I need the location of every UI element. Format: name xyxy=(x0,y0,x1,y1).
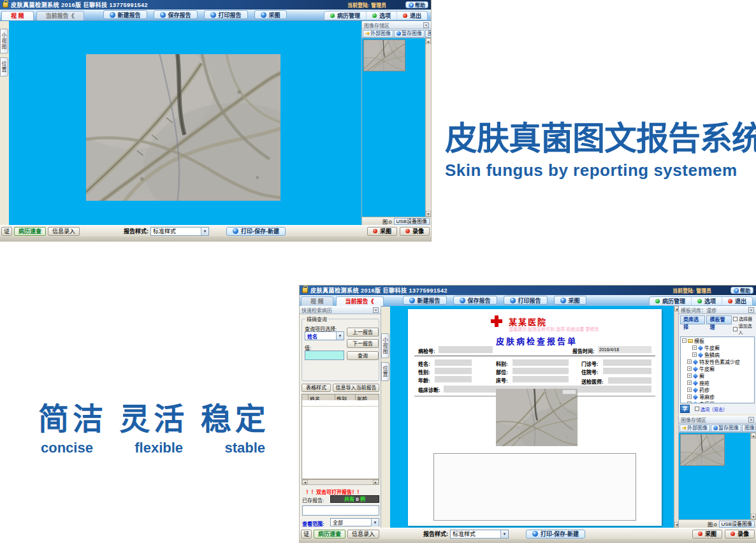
usb-device-button[interactable]: USB设备图像 xyxy=(719,521,755,528)
options-button[interactable]: 选项 xyxy=(692,297,722,305)
usb-device-button[interactable]: USB设备图像 xyxy=(394,218,430,225)
tree-item[interactable]: +癣 xyxy=(681,372,754,379)
help-button[interactable]: ?帮助 xyxy=(405,1,428,8)
collapse-icon[interactable]: − xyxy=(682,338,687,343)
saved-report-input[interactable] xyxy=(302,505,379,516)
tree-item[interactable]: +牛皮癣 xyxy=(681,344,754,351)
dept-field[interactable] xyxy=(512,359,569,366)
template-manage-button[interactable]: 模板管理 xyxy=(706,315,731,324)
new-report-button[interactable]: 新建报告 xyxy=(103,10,147,19)
scroll-up-icon[interactable]: ▲ xyxy=(751,433,756,438)
view-range-select[interactable]: 全部▼ xyxy=(330,518,379,526)
class-select-button[interactable]: 类库选择 xyxy=(680,315,705,324)
panel-close-icon[interactable]: × xyxy=(373,307,379,313)
panel-close-icon[interactable]: × xyxy=(748,417,754,423)
expand-icon[interactable]: + xyxy=(687,387,692,392)
temp-image-button[interactable]: 暂存图像 xyxy=(394,30,425,38)
stored-image-thumbnail[interactable] xyxy=(363,40,405,71)
report-microscope-image[interactable] xyxy=(496,389,578,446)
exit-button[interactable]: 退出 xyxy=(722,297,752,305)
temp-image-button[interactable]: 暂存图像 xyxy=(711,424,741,432)
scroll-right-icon[interactable]: ► xyxy=(373,480,379,484)
findings-text-area[interactable] xyxy=(433,453,636,521)
tab-video[interactable]: 视 频 xyxy=(1,11,34,20)
tree-item[interactable]: +牛皮癣 xyxy=(681,365,754,372)
capture-image-button[interactable]: 采图 xyxy=(367,227,397,236)
report-time-field[interactable]: 2016/4/18 xyxy=(598,346,651,353)
scroll-up-icon[interactable]: ▲ xyxy=(426,38,431,44)
image-settings-button[interactable]: 图像设置 xyxy=(425,30,431,38)
results-table-body[interactable] xyxy=(302,400,379,479)
template-tree[interactable]: −模板 +牛皮癣 +鱼鳞病 +特发性色素减少症 +牛皮癣 +癣 +痤疮 +药疹 … xyxy=(680,337,755,403)
selector-checkbox[interactable]: 选择器 xyxy=(733,315,755,322)
doctor-field[interactable] xyxy=(608,377,651,384)
prev-report-button[interactable]: 上一报告 xyxy=(347,328,379,337)
print-save-new-button[interactable]: 打印-保存-新建 xyxy=(226,227,286,236)
scroll-down-icon[interactable]: ▼ xyxy=(751,514,756,519)
query-button[interactable]: 查询 xyxy=(347,351,379,360)
expand-icon[interactable]: + xyxy=(692,345,697,350)
records-button[interactable]: 病历管理 xyxy=(324,11,367,20)
tree-item[interactable]: +药疹 xyxy=(681,386,754,393)
print-report-button[interactable]: 打印报告 xyxy=(504,296,548,305)
sex-field[interactable] xyxy=(435,368,472,374)
expand-icon[interactable]: + xyxy=(687,395,692,399)
capture-button[interactable]: 采图 xyxy=(554,296,586,305)
side-tab-position[interactable]: 位置 xyxy=(0,57,8,76)
new-report-button[interactable]: 新建报告 xyxy=(403,296,447,305)
storage-scrollbar[interactable]: ▲▼ xyxy=(425,38,431,217)
expand-icon[interactable]: + xyxy=(687,373,692,378)
report-style-select[interactable]: 标准样式▼ xyxy=(150,227,209,236)
tree-item[interactable]: +痤疮 xyxy=(681,379,754,386)
external-image-button[interactable]: 外部图像 xyxy=(363,30,393,38)
exit-button[interactable]: 退出 xyxy=(397,11,427,20)
expand-icon[interactable]: + xyxy=(687,380,692,385)
table-style-button[interactable]: 表格样式 xyxy=(302,384,331,392)
external-image-button[interactable]: 外部图像 xyxy=(680,424,710,432)
stored-image-thumbnail[interactable] xyxy=(680,434,725,466)
report-page[interactable]: 某某医院 温馨提示:医院名称可到 选项-系统设置 里修改 皮肤病检查报告单 病检… xyxy=(408,309,662,526)
clinic-no-field[interactable] xyxy=(603,359,651,366)
cert-button[interactable]: 证 xyxy=(1,227,12,236)
records-button[interactable]: 病历管理 xyxy=(650,297,692,305)
report-style-select[interactable]: 标准样式▼ xyxy=(450,530,509,539)
table-row[interactable] xyxy=(302,400,379,407)
query-field-select[interactable]: 姓名▼ xyxy=(305,331,344,340)
tree-item[interactable]: +鱼鳞病 xyxy=(681,351,754,358)
exam-no-field[interactable] xyxy=(439,346,493,353)
expand-icon[interactable]: + xyxy=(687,359,692,364)
tab-current-report[interactable]: 当前报告《 xyxy=(336,296,384,306)
next-report-button[interactable]: 下一报告 xyxy=(347,339,379,348)
title-bar[interactable]: 皮肤真菌检测系统 2016版 巨聊科技 13775991542 当前登陆: 管理… xyxy=(300,286,756,295)
import-to-report-button[interactable]: 信息导入当前报告 xyxy=(333,384,379,392)
cert-button[interactable]: 证 xyxy=(301,530,312,539)
video-area[interactable] xyxy=(9,21,361,225)
record-video-button[interactable]: 录像 xyxy=(725,530,755,539)
capture-image-button[interactable]: 采图 xyxy=(692,530,722,539)
title-bar[interactable]: 皮肤真菌检测系统 2016版 巨聊科技 13775991542 当前登陆: 管理… xyxy=(0,0,431,10)
tab-current-report[interactable]: 当前报告《 xyxy=(36,11,84,20)
bed-field[interactable] xyxy=(512,376,569,382)
panel-close-icon[interactable]: × xyxy=(748,307,754,313)
quick-search-button[interactable]: 病历速查 xyxy=(314,530,345,539)
name-field[interactable] xyxy=(435,359,472,366)
age-field[interactable] xyxy=(435,376,472,382)
tree-item[interactable]: +荨麻疹 xyxy=(681,393,754,400)
pick-word-checkbox[interactable]: 选词（双击） xyxy=(695,406,727,412)
side-tab-preview[interactable]: 小视图 xyxy=(381,333,389,358)
tab-video[interactable]: 视 频 xyxy=(301,296,333,306)
font-button[interactable]: 字 xyxy=(680,405,690,413)
part-field[interactable] xyxy=(512,368,569,374)
image-settings-button[interactable]: 图像设置 xyxy=(742,424,756,432)
print-report-button[interactable]: 打印报告 xyxy=(204,10,248,19)
info-entry-button[interactable]: 信息录入 xyxy=(48,227,80,236)
inpatient-no-field[interactable] xyxy=(603,368,651,374)
storage-scrollbar[interactable]: ▲▼ xyxy=(750,433,756,519)
expand-icon[interactable]: + xyxy=(692,352,697,357)
report-scrollbar[interactable]: ▲▼ xyxy=(674,306,678,528)
save-report-button[interactable]: 保存报告 xyxy=(154,10,198,19)
options-button[interactable]: 选项 xyxy=(367,11,397,20)
capture-button[interactable]: 采图 xyxy=(254,10,287,19)
side-tab-preview[interactable]: 小视图 xyxy=(0,29,8,54)
record-video-button[interactable]: 录像 xyxy=(400,227,430,236)
